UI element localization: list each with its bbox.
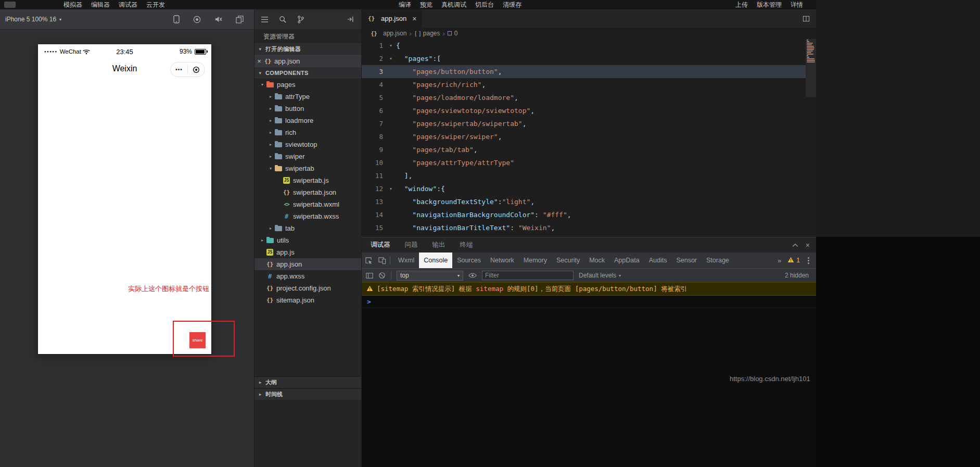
code-line[interactable]: 2▾ "pages":[ <box>362 52 806 65</box>
eye-icon[interactable] <box>468 272 477 279</box>
devtools-tab-console[interactable]: Console <box>419 253 452 268</box>
tree-item-swipertab.js[interactable]: JSswipertab.js <box>254 174 361 186</box>
tree-item-swiper[interactable]: ▸swiper <box>254 150 361 162</box>
fold-icon[interactable]: ▾ <box>386 52 396 65</box>
devtools-tab-security[interactable]: Security <box>552 253 584 268</box>
menubar-item[interactable]: 上传 <box>735 1 748 9</box>
menubar-item[interactable]: 模拟器 <box>63 1 82 9</box>
close-icon[interactable]: × <box>254 57 264 65</box>
tree-item-app.json[interactable]: {}app.json <box>254 258 361 270</box>
open-editor-item[interactable]: × {} app.json <box>254 55 361 67</box>
menubar-item[interactable]: 编辑器 <box>91 1 110 9</box>
tree-item-pages[interactable]: ▾pages <box>254 79 361 91</box>
open-editors-header[interactable]: ▾ 打开的编辑器 <box>254 43 361 55</box>
tree-item-swipertab.wxml[interactable]: <>swipertab.wxml <box>254 198 361 210</box>
git-branch-icon[interactable] <box>297 16 304 23</box>
tree-item-swipertab.wxss[interactable]: #swipertab.wxss <box>254 210 361 222</box>
menubar-item[interactable]: 云开发 <box>146 1 165 9</box>
devtools-tab-wxml[interactable]: Wxml <box>393 253 419 268</box>
context-select[interactable]: top ▾ <box>397 271 463 281</box>
menubar-item[interactable]: 预览 <box>420 1 432 9</box>
code-line[interactable]: 13 "backgroundTextStyle":"light", <box>362 195 806 208</box>
code-editor[interactable]: 1▾{2▾ "pages":[3 "pages/button/button",4… <box>362 39 806 237</box>
more-button[interactable]: ••• <box>171 67 187 72</box>
outline-section-header[interactable]: ▸ 大纲 <box>254 376 361 388</box>
panel-tab-0[interactable]: 调试器 <box>371 241 390 249</box>
devtools-tab-audits[interactable]: Audits <box>644 253 672 268</box>
tree-item-sitemap.json[interactable]: {}sitemap.json <box>254 294 361 306</box>
split-editor-icon[interactable] <box>803 15 810 22</box>
more-options-icon[interactable] <box>806 260 811 261</box>
devtools-tab-memory[interactable]: Memory <box>519 253 552 268</box>
breadcrumb-item[interactable]: 0 <box>454 30 458 37</box>
menubar-item[interactable]: 版本管理 <box>757 1 782 9</box>
tree-item-app.wxss[interactable]: #app.wxss <box>254 270 361 282</box>
code-line[interactable]: 6 "pages/sviewtotop/sviewtotop", <box>362 104 806 117</box>
console-output-area[interactable] <box>362 308 816 467</box>
tree-item-swipertab.json[interactable]: {}swipertab.json <box>254 186 361 198</box>
breadcrumb-item[interactable]: pages <box>423 30 440 37</box>
phone-icon[interactable] <box>173 15 180 23</box>
panel-tab-2[interactable]: 输出 <box>432 241 446 249</box>
console-prompt[interactable]: > <box>362 296 816 308</box>
minimap[interactable] <box>806 39 816 237</box>
console-warning-row[interactable]: [sitemap 索引情况提示] 根据 sitemap 的规则[0]，当前页面 … <box>362 282 816 296</box>
more-tabs-icon[interactable]: » <box>778 257 781 264</box>
devtools-tab-appdata[interactable]: AppData <box>609 253 644 268</box>
menubar-item[interactable]: 调试器 <box>119 1 137 9</box>
menubar-item[interactable]: 真机调试 <box>441 1 466 9</box>
record-icon[interactable] <box>193 15 201 23</box>
timeline-section-header[interactable]: ▸ 时间线 <box>254 388 361 400</box>
code-line[interactable]: 4 "pages/rich/rich", <box>362 78 806 91</box>
exit-button[interactable] <box>188 66 205 73</box>
mute-icon[interactable] <box>214 15 222 23</box>
console-sidebar-icon[interactable] <box>366 272 373 279</box>
tree-item-loadmore[interactable]: ▸loadmore <box>254 115 361 127</box>
collapse-sidebar-icon[interactable] <box>347 16 354 23</box>
menubar-item[interactable]: 切后台 <box>475 1 494 9</box>
inspect-element-icon[interactable] <box>362 257 375 264</box>
code-line[interactable]: 10 "pages/attrType/attrType" <box>362 156 806 169</box>
code-line[interactable]: 1▾{ <box>362 39 806 52</box>
tree-item-button[interactable]: ▸button <box>254 103 361 115</box>
devtools-tab-network[interactable]: Network <box>486 253 519 268</box>
devtools-tab-mock[interactable]: Mock <box>584 253 609 268</box>
device-selector[interactable]: iPhone 5 100% 16 ▾ <box>5 16 61 23</box>
warning-count-badge[interactable]: 1 <box>787 257 800 264</box>
breadcrumb-item[interactable]: app.json <box>383 30 406 37</box>
devtools-tab-sensor[interactable]: Sensor <box>671 253 702 268</box>
filter-input[interactable] <box>482 271 574 280</box>
project-header[interactable]: ▾ COMPONENTS <box>254 67 361 79</box>
tree-item-swipertab[interactable]: ▾swipertab <box>254 162 361 174</box>
code-line[interactable]: 9 "pages/tab/tab", <box>362 143 806 156</box>
log-levels-select[interactable]: Default levels ▾ <box>579 272 621 279</box>
code-line[interactable]: 15 "navigationBarTitleText": "Weixin", <box>362 221 806 234</box>
search-icon[interactable] <box>279 16 287 23</box>
code-line[interactable]: 11 ], <box>362 169 806 182</box>
menubar-item[interactable]: 清缓存 <box>503 1 521 9</box>
list-icon[interactable] <box>261 16 269 23</box>
fold-icon[interactable]: ▾ <box>386 182 396 195</box>
collapse-panel-icon[interactable] <box>792 243 798 247</box>
device-toolbar-icon[interactable] <box>375 257 389 264</box>
fold-icon[interactable]: ▾ <box>386 39 396 52</box>
tree-item-attrType[interactable]: ▸attrType <box>254 91 361 103</box>
code-line[interactable]: 3 "pages/button/button", <box>362 65 806 78</box>
code-line[interactable]: 8 "pages/swiper/swiper", <box>362 130 806 143</box>
hidden-count[interactable]: 2 hidden <box>785 272 809 279</box>
code-line[interactable]: 12▾ "window":{ <box>362 182 806 195</box>
menubar-item[interactable]: 详情 <box>791 1 803 9</box>
close-tab-icon[interactable]: × <box>412 15 416 23</box>
tree-item-app.js[interactable]: JSapp.js <box>254 246 361 258</box>
devtools-tab-sources[interactable]: Sources <box>452 253 486 268</box>
tree-item-sviewtotop[interactable]: ▸sviewtotop <box>254 138 361 150</box>
editor-tab-app-json[interactable]: {} app.json × <box>362 9 422 28</box>
screenshot-icon[interactable] <box>236 15 244 23</box>
devtools-tab-storage[interactable]: Storage <box>702 253 734 268</box>
tree-item-project.config.json[interactable]: {}project.config.json <box>254 282 361 294</box>
code-line[interactable]: 7 "pages/swipertab/swipertab", <box>362 117 806 130</box>
tree-item-utils[interactable]: ▸utils <box>254 234 361 246</box>
tree-item-tab[interactable]: ▸tab <box>254 222 361 234</box>
code-line[interactable]: 5 "pages/loadmore/loadmore", <box>362 91 806 104</box>
panel-tab-1[interactable]: 问题 <box>405 241 418 249</box>
